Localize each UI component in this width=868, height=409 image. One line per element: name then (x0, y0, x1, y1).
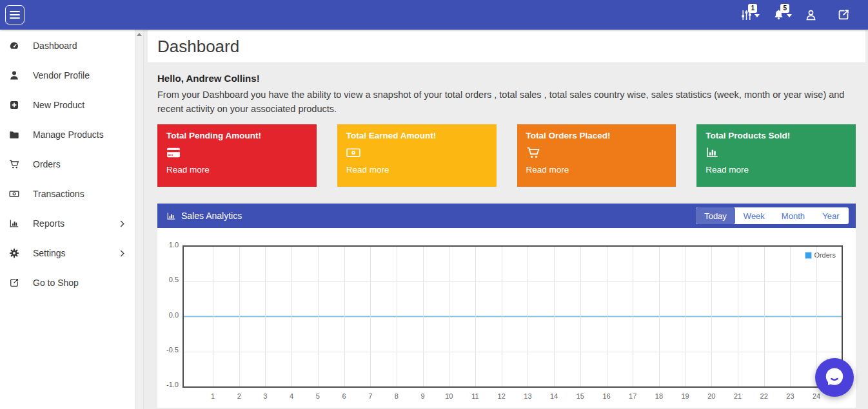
preferences-dropdown[interactable]: 1 (740, 9, 753, 21)
chart-x-tick-label: 18 (649, 392, 669, 400)
chart-plot-area: Orders (182, 245, 843, 388)
card-total-orders-placed: Total Orders Placed! Read more (517, 124, 676, 187)
chevron-down-icon (787, 14, 792, 20)
chart-legend[interactable]: Orders (805, 251, 836, 259)
sidebar-toggle-button[interactable] (5, 5, 25, 24)
chevron-right-icon (119, 250, 126, 257)
money-icon (346, 146, 360, 159)
chart-x-tick-label: 12 (492, 392, 511, 400)
logout-button[interactable] (837, 8, 850, 21)
sales-analytics-panel: Sales Analytics Today Week Month Year Or… (157, 204, 856, 408)
sidebar-item-settings[interactable]: Settings (0, 238, 135, 268)
page-header: Dashboard (148, 30, 865, 63)
tab-month[interactable]: Month (773, 207, 813, 224)
cart-icon (526, 146, 540, 159)
legend-swatch (805, 252, 812, 259)
chevron-right-icon (119, 220, 126, 227)
sidebar-item-go-to-shop[interactable]: Go to Shop (0, 268, 135, 298)
sidebar-item-label: Manage Products (33, 129, 126, 140)
user-icon (805, 9, 817, 21)
sidebar-item-new-product[interactable]: New Product (0, 90, 135, 120)
chart-gridline-y (184, 281, 842, 282)
cart-icon (9, 159, 19, 169)
card-read-more-link[interactable]: Read more (166, 165, 308, 175)
sidebar-item-label: Go to Shop (33, 278, 126, 288)
chart-x-tick-label: 23 (780, 392, 800, 400)
chevron-down-icon (755, 14, 760, 20)
chart-x-tick-label: 17 (623, 392, 642, 400)
range-tabs: Today Week Month Year (696, 207, 849, 224)
chart-y-tick-label: -0.5 (157, 346, 179, 354)
sidebar-item-transactions[interactable]: Transactions (0, 179, 135, 209)
chart-x-tick-label: 13 (518, 392, 537, 400)
chart-x-tick-label: 9 (413, 392, 433, 400)
content-area: Hello, Andrew Collins! From your Dashboa… (144, 73, 868, 408)
legend-label: Orders (814, 251, 836, 259)
scroll-up-arrow-icon (137, 30, 142, 36)
tab-year[interactable]: Year (813, 207, 849, 224)
account-button[interactable] (805, 9, 817, 21)
chart-x-tick-label: 11 (466, 392, 485, 400)
card-read-more-link[interactable]: Read more (346, 165, 488, 175)
preferences-badge: 1 (748, 4, 757, 13)
greeting-title: Hello, Andrew Collins! (157, 73, 856, 84)
credit-card-icon (166, 146, 181, 159)
chat-widget-button[interactable] (815, 358, 854, 397)
app-layout: Dashboard Vendor Profile New Product Man… (0, 30, 868, 409)
chart-x-tick-label: 15 (571, 392, 590, 400)
card-total-earned-amount: Total Earned Amount! Read more (337, 124, 497, 187)
card-total-products-sold: Total Products Sold! Read more (696, 124, 856, 187)
sidebar-item-label: Reports (33, 218, 119, 229)
chart-x-tick-label: 1 (203, 392, 222, 400)
chart-x-tick-label: 4 (282, 392, 301, 400)
card-title: Total Products Sold! (705, 131, 847, 140)
tab-week[interactable]: Week (735, 207, 773, 224)
main-content: Dashboard Hello, Andrew Collins! From yo… (144, 30, 868, 409)
page-title: Dashboard (157, 37, 239, 57)
sidebar-item-reports[interactable]: Reports (0, 209, 135, 238)
chart-y-tick-label: -1.0 (157, 381, 179, 388)
greeting-block: Hello, Andrew Collins! From your Dashboa… (157, 73, 856, 116)
chart-x-tick-label: 10 (439, 392, 459, 400)
user-icon (9, 70, 19, 81)
card-title: Total Orders Placed! (526, 131, 667, 140)
card-read-more-link[interactable]: Read more (705, 165, 847, 175)
sidebar: Dashboard Vendor Profile New Product Man… (0, 30, 135, 409)
dashboard-icon (9, 41, 19, 51)
external-link-icon (9, 278, 19, 288)
tab-today[interactable]: Today (696, 207, 735, 224)
chart-y-tick-label: 0.5 (157, 276, 179, 283)
chart-gridline-y (184, 317, 842, 318)
sidebar-item-label: Vendor Profile (33, 70, 126, 81)
chart-x-tick-label: 8 (387, 392, 406, 400)
sidebar-item-dashboard[interactable]: Dashboard (0, 31, 135, 61)
chart-x-tick-label: 2 (230, 392, 249, 400)
bar-chart-icon (9, 218, 19, 229)
sidebar-item-label: Orders (33, 159, 126, 169)
notifications-dropdown[interactable]: 5 (773, 9, 785, 21)
sidebar-scrollbar[interactable] (135, 30, 144, 409)
chart-x-tick-label: 5 (308, 392, 328, 400)
chart-x-tick-label: 19 (676, 392, 695, 400)
chart-gridline-y (184, 352, 842, 352)
chart-y-tick-label: 1.0 (157, 241, 179, 249)
scrollbar-up-button[interactable] (135, 30, 143, 39)
bar-chart-icon (705, 146, 720, 159)
card-title: Total Earned Amount! (346, 131, 488, 140)
bar-chart-icon (166, 211, 176, 221)
sidebar-item-label: New Product (33, 100, 126, 110)
card-read-more-link[interactable]: Read more (526, 165, 667, 175)
chart-x-tick-label: 20 (702, 392, 721, 400)
stat-cards-row: Total Pending Amount! Read more Total Ea… (157, 124, 856, 187)
panel-title: Sales Analytics (166, 211, 242, 221)
folder-icon (9, 129, 19, 140)
sidebar-item-vendor-profile[interactable]: Vendor Profile (0, 61, 135, 90)
chat-bubble-icon (824, 366, 845, 388)
sidebar-item-label: Dashboard (33, 41, 126, 51)
sidebar-item-orders[interactable]: Orders (0, 149, 135, 179)
chart-x-tick-label: 7 (360, 392, 380, 400)
hamburger-icon (10, 11, 20, 12)
card-title: Total Pending Amount! (166, 131, 308, 140)
chart-x-tick-label: 21 (728, 392, 747, 400)
sidebar-item-manage-products[interactable]: Manage Products (0, 120, 135, 149)
